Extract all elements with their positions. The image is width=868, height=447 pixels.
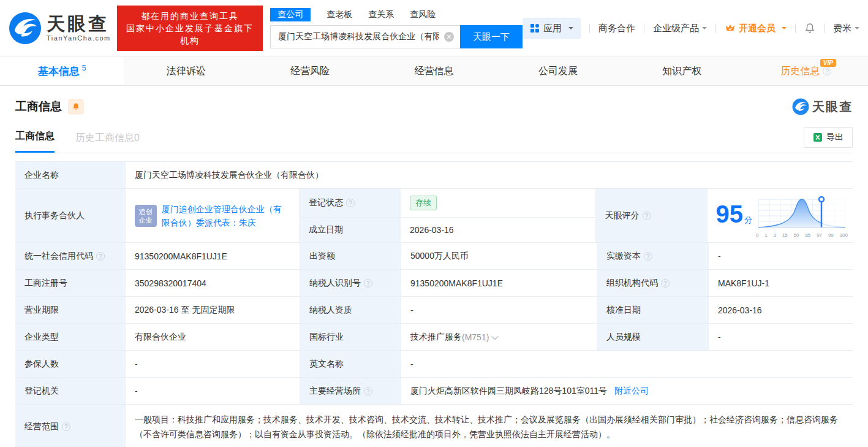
help-icon[interactable]: ? [346,199,355,207]
tab-company-development[interactable]: 公司发展 [496,57,620,85]
tab-label: 法律诉讼 [167,65,206,78]
notifications-button[interactable] [804,23,815,34]
business-scope-label: 经营范围 [25,421,59,432]
table-row: 工商注册号 350298320017404 纳税人识别号 ? 91350200M… [15,270,853,297]
export-label: 导出 [826,132,843,143]
tab-label: 公司发展 [538,65,578,78]
tab-operation-info[interactable]: 经营信息 [372,57,496,85]
uscc-label: 统一社会信用代码 [25,251,93,262]
enterprise-products-menu[interactable]: 企业级产品 [653,23,707,34]
chevron-down-icon [702,27,707,32]
industry-label: 国标行业 [300,324,401,350]
business-term-label: 营业期限 [15,297,126,323]
taxpayer-qualification-label: 纳税人资质 [300,297,401,323]
search-tab-relation[interactable]: 查关系 [368,8,394,21]
chevron-down-icon[interactable] [492,332,499,339]
table-row: 统一社会信用代码 ? 91350200MAK8F1UJ1E 出资额 50000万… [15,243,853,270]
search-tab-boss[interactable]: 查老板 [326,8,352,21]
help-icon[interactable]: ? [96,252,105,261]
business-address-cell: 厦门火炬高新区软件园三期凤岐路128号101室011号 附近公司 [401,378,853,404]
executive-partner-link[interactable]: 厦门追创企业管理合伙企业（有限合伙）委派代表：朱庆 [162,202,290,229]
crown-icon [725,23,736,33]
industry-code: (M751) [462,332,489,342]
search-input[interactable] [271,32,460,42]
partner-logo-badge[interactable]: 追创 企业 [135,205,157,227]
help-icon[interactable]: ? [823,67,831,75]
apps-menu[interactable]: 应用 [523,18,581,39]
business-scope-value: 一般项目：科技推广和应用服务；技术服务、技术开发、技术咨询、技术交流、技术转让、… [126,405,853,447]
help-icon[interactable]: ? [364,279,372,288]
tab-history-info[interactable]: VIP 历史信息 ? [744,57,868,85]
open-vip-menu[interactable]: 开通会员 [725,23,787,34]
nearby-companies-link[interactable]: 附近公司 [614,386,649,397]
business-term-value: 2026-03-16 至 无固定期限 [126,297,300,323]
table-row: 参保人数 - 英文名称 - [15,351,853,378]
industry-value-cell: 技术推广服务 (M751) [401,324,597,350]
table-row: 企业名称 厦门天空工场博凌科技发展合伙企业（有限合伙） [15,162,853,189]
score-axis: 01 315 5085 9799 100 [756,232,848,238]
chevron-down-icon [855,27,859,32]
taxpayer-id-value: 91350200MAK8F1UJ1E [401,270,597,296]
business-info-table: 企业名称 厦门天空工场博凌科技发展合伙企业（有限合伙） 执行事务合伙人 追创 企… [15,161,853,447]
divider [795,24,796,33]
paid-capital-value: - [709,243,853,269]
org-code-label-cell: 组织机构代码 ? [597,270,709,296]
business-address-label-cell: 主要经营场所 ? [300,378,401,404]
approval-date-label: 核准日期 [597,297,709,323]
search-tab-risk[interactable]: 查风险 [410,8,436,21]
paid-capital-label-cell: 实缴资本 ? [597,243,709,269]
open-vip-label: 开通会员 [739,23,776,34]
top-header: 天眼查 TianYanCha.com 都在用的商业查询工具 国家中小企业发展子基… [0,0,868,56]
partner-badge-text: 追创 [139,207,153,216]
help-icon[interactable]: ? [364,387,372,395]
company-type-label: 企业类型 [15,324,126,350]
tab-operation-risk[interactable]: 经营风险 [248,57,372,85]
clear-search-icon[interactable]: ✕ [444,32,454,42]
tab-intellectual-property[interactable]: 知识产权 [620,57,744,85]
business-cooperation-link[interactable]: 商务合作 [598,23,635,34]
subtab-business-info[interactable]: 工商信息 [15,130,55,153]
help-icon[interactable]: ? [643,212,651,220]
taxpayer-qualification-value: - [401,297,597,323]
tab-label: 知识产权 [662,65,701,78]
tab-label: 历史信息 [780,65,820,78]
tianyancha-logo[interactable]: 天眼查 TianYanCha.com [9,12,111,45]
help-icon[interactable]: ? [62,422,70,431]
subtab-history-business-info[interactable]: 历史工商信息0 [75,132,140,153]
registration-number-value: 350298320017404 [126,270,300,296]
search-tab-company[interactable]: 查公司 [270,8,311,21]
company-name-label: 企业名称 [15,162,126,188]
business-address-label: 主要经营场所 [309,386,361,397]
promo-banner: 都在用的商业查询工具 国家中小企业发展子基金旗下机构 [117,6,263,51]
divider [589,24,590,33]
tab-label: 基本信息 [38,64,80,78]
paid-capital-label: 实缴资本 [606,251,641,262]
partner-badge-text: 企业 [139,216,153,224]
enterprise-products-label: 企业级产品 [653,23,699,34]
user-menu[interactable]: 费米 [833,23,859,34]
table-row: 经营范围 ? 一般项目：科技推广和应用服务；技术服务、技术开发、技术咨询、技术交… [15,405,853,447]
capital-label: 出资额 [300,243,401,269]
insured-count-value: - [126,351,300,377]
taxpayer-id-label-cell: 纳税人识别号 ? [300,270,401,296]
staff-size-value: - [709,324,853,350]
tab-basic-info[interactable]: 基本信息 5 [0,57,124,85]
business-info-card: 工商信息 天眼查 工商信息 历史工商信息0 导出 [0,98,868,447]
tab-legal-proceedings[interactable]: 法律诉讼 [124,57,247,85]
executive-partner-label: 执行事务合伙人 [15,189,126,242]
export-button[interactable]: 导出 [804,127,853,148]
company-tabbar: 基本信息 5 法律诉讼 经营风险 经营信息 公司发展 知识产权 VIP 历史信息… [0,56,868,86]
vip-badge: VIP [820,59,836,67]
chevron-down-icon [782,27,787,32]
approval-date-value: 2026-03-16 [709,297,853,323]
org-code-value: MAK8F1UJ-1 [709,270,853,296]
business-scope-label-cell: 经营范围 ? [15,405,126,447]
english-name-value: - [401,351,853,377]
registration-authority-label: 登记机关 [15,378,126,404]
help-icon[interactable]: ? [661,279,670,288]
subscribe-alert-button[interactable] [68,99,84,115]
help-icon[interactable]: ? [644,252,652,261]
search-button[interactable]: 天眼一下 [460,25,523,48]
apps-grid-icon [530,23,540,33]
tianyan-score-cell: 天眼评分 ? [596,189,708,242]
